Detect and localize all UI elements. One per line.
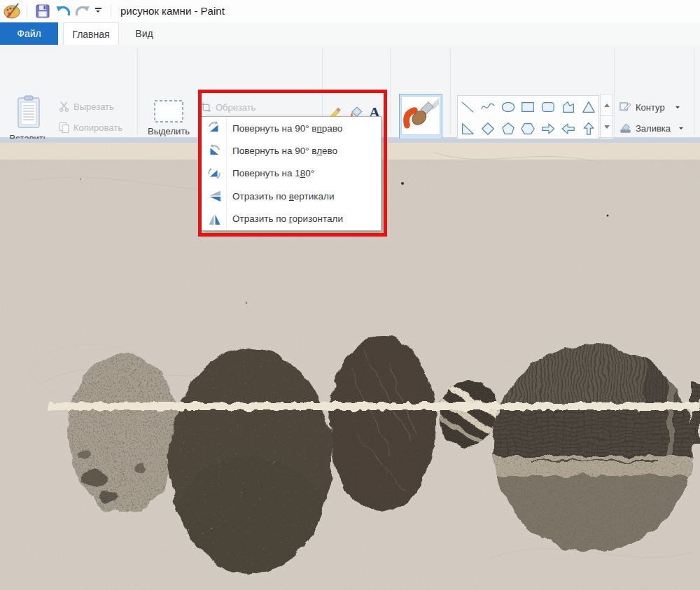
shape-polygon-icon[interactable] [559, 96, 579, 118]
scissors-icon [59, 101, 70, 112]
triangle-up-icon [604, 104, 610, 107]
shape-fill-icon [619, 121, 632, 134]
menu-item-rotate-right-90[interactable]: Повернуть на 90° вправо [202, 117, 381, 139]
shape-hexagon-icon[interactable] [518, 118, 538, 139]
paste-clipboard-icon [17, 95, 41, 130]
shapes-scroll-up-button[interactable] [600, 94, 613, 116]
copy-label: Копировать [74, 122, 122, 133]
select-rectangle-icon [153, 99, 184, 123]
rotate-menu: Повернуть на 90° вправо Повернуть на 90°… [201, 116, 382, 231]
menu-item-flip-horizontal[interactable]: Отразить по горизонтали [202, 208, 381, 230]
brush-icon [401, 96, 440, 135]
group-separator [390, 48, 391, 134]
cut-label: Вырезать [74, 101, 114, 112]
shape-fill-button[interactable] [619, 121, 632, 137]
shape-arrow-up-icon[interactable] [578, 118, 598, 139]
divider [111, 5, 111, 17]
shape-curve-icon[interactable] [478, 96, 498, 118]
tab-file[interactable]: Файл [0, 22, 58, 45]
shape-triangle-icon[interactable] [578, 96, 598, 118]
redo-icon[interactable] [74, 3, 91, 19]
fill-label: Заливка [636, 123, 671, 134]
menu-item-flip-vertical[interactable]: Отразить по вертикали [202, 185, 381, 207]
outline-button[interactable] [619, 100, 632, 116]
shape-pentagon-icon[interactable] [498, 118, 518, 139]
triangle-down-icon [604, 125, 610, 129]
window-title: рисунок камни - Paint [120, 0, 225, 22]
shape-diamond-icon[interactable] [478, 118, 498, 139]
rotate-left-90-icon [206, 143, 222, 159]
outline-label: Контур [636, 102, 665, 113]
shape-rectangle-icon[interactable] [518, 96, 538, 118]
shapes-scroll-down-button[interactable] [600, 115, 613, 138]
tab-home[interactable]: Главная [63, 22, 119, 45]
tab-bar: Файл Главная Вид [0, 22, 700, 45]
title-bar: рисунок камни - Paint [0, 0, 700, 22]
shape-ellipse-icon[interactable] [498, 96, 518, 118]
save-icon[interactable] [35, 3, 50, 19]
menu-item-rotate-180[interactable]: Повернуть на 180° [202, 162, 381, 185]
qat-customize-icon[interactable] [94, 8, 102, 13]
tab-view[interactable]: Вид [124, 22, 164, 45]
divider [27, 5, 27, 17]
shape-line-icon[interactable] [458, 96, 478, 118]
crop-icon [200, 101, 212, 113]
flip-vertical-icon [206, 188, 222, 204]
outline-icon [619, 100, 632, 113]
group-separator [694, 48, 694, 134]
rotate-180-icon [206, 166, 222, 181]
select-label: Выделить [146, 126, 192, 136]
outline-dropdown-arrow [676, 106, 680, 108]
menu-item-label: Повернуть на 180° [232, 168, 314, 178]
crop-label: Обрезать [216, 102, 255, 113]
menu-item-rotate-left-90[interactable]: Повернуть на 90° влево [202, 139, 381, 162]
shape-rounded-rectangle-icon[interactable] [538, 96, 559, 118]
menu-item-label: Повернуть на 90° вправо [232, 123, 342, 134]
group-separator [137, 48, 138, 134]
menu-item-label: Отразить по вертикали [232, 191, 334, 202]
menu-item-label: Отразить по горизонтали [232, 213, 343, 224]
undo-icon[interactable] [55, 3, 71, 19]
group-separator [450, 48, 451, 134]
copy-icon [59, 122, 70, 133]
shape-right-triangle-icon[interactable] [458, 118, 478, 139]
rotate-right-90-icon [206, 120, 222, 136]
paint-logo-icon [3, 2, 21, 20]
menu-item-label: Повернуть на 90° влево [232, 146, 337, 156]
shape-arrow-left-icon[interactable] [559, 118, 579, 139]
fill-dropdown-arrow [679, 127, 683, 129]
crop-button [200, 101, 212, 116]
copy-button [59, 122, 70, 136]
cut-button [59, 101, 70, 115]
group-separator [614, 48, 615, 134]
flip-horizontal-icon [206, 211, 222, 227]
shape-arrow-right-icon[interactable] [538, 118, 559, 139]
